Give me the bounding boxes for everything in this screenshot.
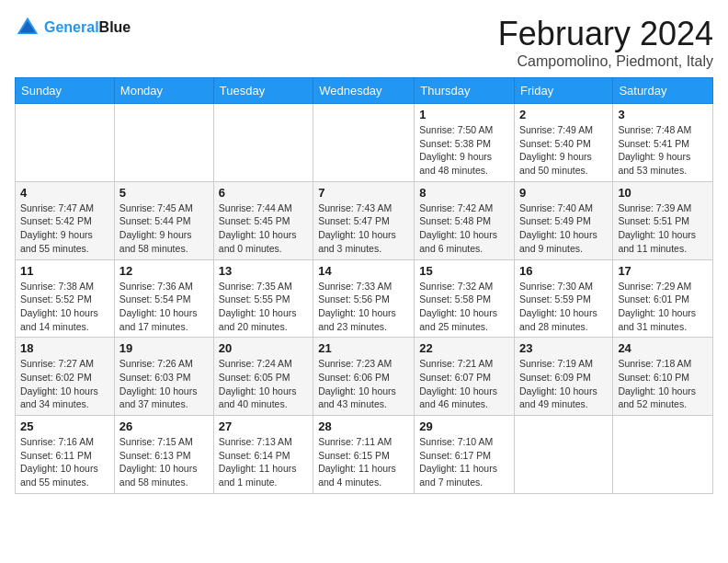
calendar-cell: 6Sunrise: 7:44 AMSunset: 5:45 PMDaylight… xyxy=(213,181,313,259)
title-area: February 2024 Campomolino, Piedmont, Ita… xyxy=(498,15,713,70)
calendar-cell: 2Sunrise: 7:49 AMSunset: 5:40 PMDaylight… xyxy=(515,104,613,182)
weekday-header-thursday: Thursday xyxy=(415,78,515,104)
logo-icon xyxy=(15,15,40,40)
day-info: Sunrise: 7:43 AMSunset: 5:47 PMDaylight:… xyxy=(318,201,409,256)
day-number: 29 xyxy=(419,419,509,433)
calendar-cell: 5Sunrise: 7:45 AMSunset: 5:44 PMDaylight… xyxy=(114,181,213,259)
logo-line1: GeneralBlue xyxy=(44,19,131,36)
weekday-header-tuesday: Tuesday xyxy=(213,78,313,104)
day-number: 2 xyxy=(519,108,608,121)
day-number: 20 xyxy=(219,341,308,355)
calendar-cell: 13Sunrise: 7:35 AMSunset: 5:55 PMDayligh… xyxy=(213,259,313,338)
day-number: 13 xyxy=(219,264,308,278)
day-info: Sunrise: 7:18 AMSunset: 6:10 PMDaylight:… xyxy=(618,357,708,411)
calendar-cell: 22Sunrise: 7:21 AMSunset: 6:07 PMDayligh… xyxy=(415,338,515,416)
weekday-header-saturday: Saturday xyxy=(613,78,713,104)
day-info: Sunrise: 7:23 AMSunset: 6:06 PMDaylight:… xyxy=(318,357,409,411)
day-info: Sunrise: 7:30 AMSunset: 5:59 PMDaylight:… xyxy=(519,280,608,334)
day-number: 9 xyxy=(519,186,608,200)
calendar-cell: 1Sunrise: 7:50 AMSunset: 5:38 PMDaylight… xyxy=(415,104,515,182)
day-number: 15 xyxy=(419,264,509,278)
calendar-cell: 19Sunrise: 7:26 AMSunset: 6:03 PMDayligh… xyxy=(114,338,213,416)
calendar-cell xyxy=(313,104,415,182)
day-number: 12 xyxy=(119,264,209,278)
calendar-cell: 23Sunrise: 7:19 AMSunset: 6:09 PMDayligh… xyxy=(515,338,613,416)
calendar-cell: 7Sunrise: 7:43 AMSunset: 5:47 PMDaylight… xyxy=(313,181,415,259)
day-info: Sunrise: 7:40 AMSunset: 5:49 PMDaylight:… xyxy=(519,201,608,256)
calendar-cell: 10Sunrise: 7:39 AMSunset: 5:51 PMDayligh… xyxy=(613,181,713,259)
day-number: 16 xyxy=(519,264,608,278)
day-number: 6 xyxy=(219,186,308,200)
day-info: Sunrise: 7:33 AMSunset: 5:56 PMDaylight:… xyxy=(318,280,409,334)
day-info: Sunrise: 7:27 AMSunset: 6:02 PMDaylight:… xyxy=(20,357,109,411)
calendar-cell xyxy=(114,104,213,182)
calendar-week-row: 25Sunrise: 7:16 AMSunset: 6:11 PMDayligh… xyxy=(16,416,713,494)
day-number: 19 xyxy=(119,341,209,355)
location-subtitle: Campomolino, Piedmont, Italy xyxy=(498,53,713,70)
calendar-cell: 29Sunrise: 7:10 AMSunset: 6:17 PMDayligh… xyxy=(415,416,515,494)
calendar-week-row: 18Sunrise: 7:27 AMSunset: 6:02 PMDayligh… xyxy=(16,338,713,416)
day-info: Sunrise: 7:42 AMSunset: 5:48 PMDaylight:… xyxy=(419,201,509,256)
calendar-cell xyxy=(213,104,313,182)
calendar-cell: 18Sunrise: 7:27 AMSunset: 6:02 PMDayligh… xyxy=(16,338,115,416)
day-info: Sunrise: 7:24 AMSunset: 6:05 PMDaylight:… xyxy=(219,357,308,411)
calendar-week-row: 4Sunrise: 7:47 AMSunset: 5:42 PMDaylight… xyxy=(16,181,713,259)
day-number: 18 xyxy=(20,341,109,355)
day-number: 4 xyxy=(20,186,109,200)
day-info: Sunrise: 7:35 AMSunset: 5:55 PMDaylight:… xyxy=(219,280,308,334)
day-number: 23 xyxy=(519,341,608,355)
calendar-cell: 20Sunrise: 7:24 AMSunset: 6:05 PMDayligh… xyxy=(213,338,313,416)
day-info: Sunrise: 7:45 AMSunset: 5:44 PMDaylight:… xyxy=(119,201,209,256)
day-number: 24 xyxy=(618,341,708,355)
weekday-header-monday: Monday xyxy=(114,78,213,104)
day-number: 26 xyxy=(119,419,209,433)
day-info: Sunrise: 7:36 AMSunset: 5:54 PMDaylight:… xyxy=(119,280,209,334)
calendar-cell: 21Sunrise: 7:23 AMSunset: 6:06 PMDayligh… xyxy=(313,338,415,416)
calendar-cell: 26Sunrise: 7:15 AMSunset: 6:13 PMDayligh… xyxy=(114,416,213,494)
calendar-cell: 14Sunrise: 7:33 AMSunset: 5:56 PMDayligh… xyxy=(313,259,415,338)
day-info: Sunrise: 7:50 AMSunset: 5:38 PMDaylight:… xyxy=(419,123,509,178)
day-number: 28 xyxy=(318,419,409,433)
day-info: Sunrise: 7:29 AMSunset: 6:01 PMDaylight:… xyxy=(618,280,708,334)
calendar-table: SundayMondayTuesdayWednesdayThursdayFrid… xyxy=(15,77,713,494)
day-number: 3 xyxy=(618,108,708,121)
day-info: Sunrise: 7:32 AMSunset: 5:58 PMDaylight:… xyxy=(419,280,509,334)
calendar-cell: 24Sunrise: 7:18 AMSunset: 6:10 PMDayligh… xyxy=(613,338,713,416)
calendar-cell: 11Sunrise: 7:38 AMSunset: 5:52 PMDayligh… xyxy=(16,259,115,338)
calendar-cell: 27Sunrise: 7:13 AMSunset: 6:14 PMDayligh… xyxy=(213,416,313,494)
calendar-cell: 16Sunrise: 7:30 AMSunset: 5:59 PMDayligh… xyxy=(515,259,613,338)
weekday-header-row: SundayMondayTuesdayWednesdayThursdayFrid… xyxy=(16,78,713,104)
calendar-cell xyxy=(515,416,613,494)
day-number: 17 xyxy=(618,264,708,278)
day-info: Sunrise: 7:21 AMSunset: 6:07 PMDaylight:… xyxy=(419,357,509,411)
page-header: GeneralBlue February 2024 Campomolino, P… xyxy=(15,15,713,70)
weekday-header-sunday: Sunday xyxy=(16,78,115,104)
day-number: 27 xyxy=(219,419,308,433)
calendar-cell: 9Sunrise: 7:40 AMSunset: 5:49 PMDaylight… xyxy=(515,181,613,259)
weekday-header-wednesday: Wednesday xyxy=(313,78,415,104)
calendar-cell: 8Sunrise: 7:42 AMSunset: 5:48 PMDaylight… xyxy=(415,181,515,259)
calendar-cell: 3Sunrise: 7:48 AMSunset: 5:41 PMDaylight… xyxy=(613,104,713,182)
day-info: Sunrise: 7:48 AMSunset: 5:41 PMDaylight:… xyxy=(618,123,708,178)
day-number: 14 xyxy=(318,264,409,278)
calendar-cell: 25Sunrise: 7:16 AMSunset: 6:11 PMDayligh… xyxy=(16,416,115,494)
calendar-cell xyxy=(16,104,115,182)
day-number: 21 xyxy=(318,341,409,355)
month-year-title: February 2024 xyxy=(498,15,713,53)
day-number: 11 xyxy=(20,264,109,278)
day-info: Sunrise: 7:15 AMSunset: 6:13 PMDaylight:… xyxy=(119,435,209,489)
day-number: 1 xyxy=(419,108,509,121)
calendar-cell: 28Sunrise: 7:11 AMSunset: 6:15 PMDayligh… xyxy=(313,416,415,494)
logo: GeneralBlue xyxy=(15,15,131,40)
day-number: 5 xyxy=(119,186,209,200)
day-info: Sunrise: 7:47 AMSunset: 5:42 PMDaylight:… xyxy=(20,201,109,256)
calendar-week-row: 1Sunrise: 7:50 AMSunset: 5:38 PMDaylight… xyxy=(16,104,713,182)
day-info: Sunrise: 7:16 AMSunset: 6:11 PMDaylight:… xyxy=(20,435,109,489)
day-info: Sunrise: 7:10 AMSunset: 6:17 PMDaylight:… xyxy=(419,435,509,489)
day-info: Sunrise: 7:13 AMSunset: 6:14 PMDaylight:… xyxy=(219,435,308,489)
day-info: Sunrise: 7:38 AMSunset: 5:52 PMDaylight:… xyxy=(20,280,109,334)
calendar-cell: 17Sunrise: 7:29 AMSunset: 6:01 PMDayligh… xyxy=(613,259,713,338)
day-info: Sunrise: 7:19 AMSunset: 6:09 PMDaylight:… xyxy=(519,357,608,411)
day-info: Sunrise: 7:49 AMSunset: 5:40 PMDaylight:… xyxy=(519,123,608,178)
day-number: 22 xyxy=(419,341,509,355)
